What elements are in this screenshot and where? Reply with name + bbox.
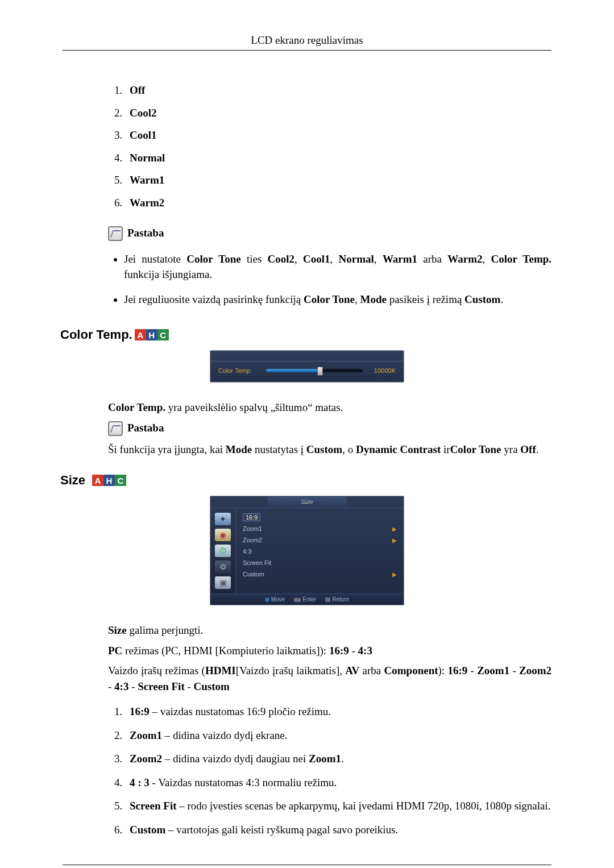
osd-footer: Move Enter Return [210,593,404,605]
osd-top-bar [210,356,404,362]
text: PC [108,645,122,657]
note-bullets: Jei nustatote Color Tone ties Cool2, Coo… [108,247,551,312]
item-name: 4 : 3 [130,776,150,788]
paragraph: PC režimas (PC, HDMI [Kompiuterio laikma… [108,643,551,659]
color-temp-text: Color Temp. yra paveikslėlio spalvų „šil… [108,400,551,457]
text: Size [108,624,127,636]
text: nustatytas į [252,443,306,455]
text: Jei reguliuosite vaizdą pasirinkę funkci… [124,293,304,305]
osd-sidebar-icon[interactable]: ✦ [215,513,231,525]
osd-item[interactable]: Custom▶ [242,568,398,580]
text: Custom [464,293,500,305]
text: AV [345,665,359,676]
color-tone-list: Off Cool2 Cool1 Normal Warm1 Warm2 [108,79,551,214]
text: funkcija išjungiama. [124,268,212,280]
paragraph: Ši funkcija yra įjungta, kai Mode nustat… [108,442,551,458]
osd-footer-return: Return [325,596,349,603]
osd-item[interactable]: Zoom2▶ [242,534,398,546]
text: - Vaizdas nustatomas 4:3 normaliu režimu… [150,776,337,788]
text: [Vaizdo įrašų laikmatis], [236,665,346,676]
osd-item-label: 4:3 [243,548,251,555]
size-text: Size galima perjungti. PC režimas (PC, H… [108,622,551,841]
text: ties [241,253,268,265]
tag-group: A H C [92,475,126,486]
osd-slider[interactable] [266,369,363,372]
osd-slider-label: Color Temp. [218,367,260,374]
osd-item[interactable]: 4:3 [242,546,398,557]
item-name: Custom [130,824,165,836]
text: - [349,645,358,657]
text: – vaizdas nustatomas 16:9 pločio režimu. [150,705,331,717]
text: Color Temp. [491,253,552,265]
text: Color Temp. [108,401,165,413]
list-item: Screen Fit – rodo įvesties scenas be apk… [125,794,551,818]
note-row: Pastaba [108,420,551,436]
list-item: Custom – vartotojas gali keisti ryškumą … [125,818,551,842]
item-name: Screen Fit [130,800,177,812]
item-name: 16:9 [130,705,150,717]
osd-colortemp: Color Temp. 10000K [210,350,404,383]
osd-sidebar-icon[interactable]: ⚙ [215,560,231,573]
text: Color Tone [304,293,355,305]
text: galima perjungti. [127,624,204,636]
list-item: Zoom1 – didina vaizdo dydį ekrane. [125,724,551,747]
text: Dynamic Contrast [356,443,441,455]
text: – didina vaizdo dydį ekrane. [162,729,288,741]
text: Zoom1 [477,665,509,676]
list-item: Normal [125,147,551,169]
text: - [128,680,138,692]
osd-item-label: 16:9 [243,513,260,521]
list-item: Cool1 [125,124,551,147]
text: . [500,293,503,305]
text: yra [501,443,521,455]
text: HDMI [205,665,236,676]
text: – rodo įvesties scenas be apkarpymų, kai… [177,800,551,812]
text: Custom [306,443,342,455]
text: 4:3 [358,645,372,657]
page-title: LCD ekrano reguliavimas [63,34,551,51]
osd-row: Color Temp. 10000K [210,367,404,374]
text: . [341,753,344,765]
text: . [536,443,539,455]
text: ): [438,665,448,676]
item-name: Zoom2 [130,753,162,765]
text: Off [520,443,536,455]
osd-item-label: Zoom1 [243,525,262,532]
osd-item-selected[interactable]: 16:9 [242,512,398,523]
list-item: Zoom2 – didina vaizdo dydį daugiau nei Z… [125,747,551,771]
osd-item[interactable]: Screen Fit [242,557,398,568]
paragraph: Vaizdo įrašų režimas (HDMI[Vaizdo įrašų … [108,663,551,694]
note-label: Pastaba [127,420,164,436]
note-icon [108,421,123,436]
text: 4:3 [114,680,128,692]
text: Cool1 [303,253,330,265]
osd-sidebar-icon[interactable]: ◉ [215,529,231,541]
tag-a-icon: A [135,329,146,340]
note-row: Pastaba [108,225,551,241]
text: Color Tone [450,443,501,455]
section-title: Color Temp. [60,327,132,342]
osd-size: Size ✦ ◉ ⏱ ⚙ ▣ 16:9 Zoom1▶ Zoom2▶ 4:3 Sc… [210,496,404,605]
note-bullet-2: Jei reguliuosite vaizdą pasirinkę funkci… [124,287,551,312]
list-item: Cool2 [125,102,551,124]
osd-sidebar-icon[interactable]: ⏱ [215,545,231,557]
osd-slider-value: 10000K [368,367,396,374]
list-item: Off [125,79,551,102]
osd-item[interactable]: Zoom1▶ [242,523,398,534]
tag-group: A H C [135,329,169,340]
text: Custom [194,680,230,692]
osd-footer-move: Move [265,596,285,603]
text: yra paveikslėlio spalvų „šiltumo“ matas. [165,401,343,413]
text: Warm2 [447,253,482,265]
text: arba [417,253,447,265]
tag-h-icon: H [146,329,157,340]
text: Color Tone [186,253,240,265]
text: - [509,665,519,676]
osd-header: Size [210,496,404,508]
text: Zoom1 [309,753,341,765]
osd-sidebar-icon[interactable]: ▣ [215,576,231,589]
osd-item-label: Zoom2 [243,537,262,543]
text: Normal [339,253,374,265]
text: , [330,253,339,265]
osd-item-label: Screen Fit [243,559,271,566]
